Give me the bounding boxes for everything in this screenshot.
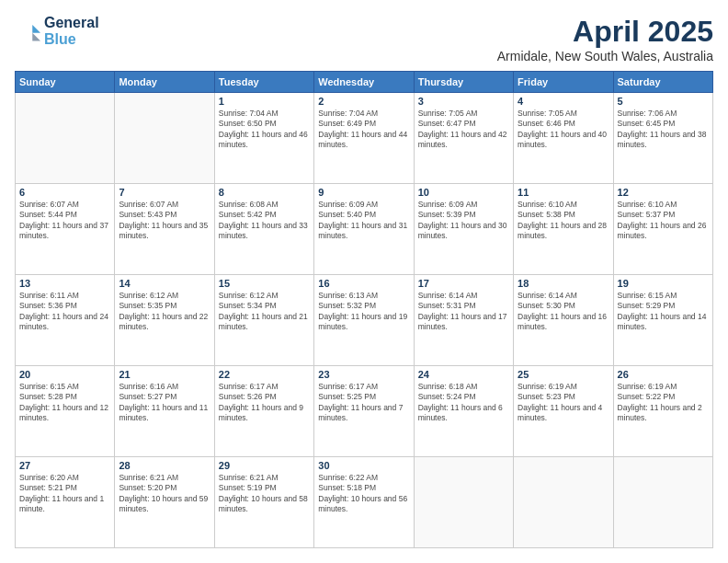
day-info: Sunrise: 6:22 AM Sunset: 5:18 PM Dayligh… xyxy=(318,473,409,515)
calendar-header-cell: Sunday xyxy=(16,72,115,93)
day-info: Sunrise: 6:13 AM Sunset: 5:32 PM Dayligh… xyxy=(318,291,409,333)
logo-icon xyxy=(15,18,40,44)
calendar-header-cell: Tuesday xyxy=(214,72,313,93)
day-number: 19 xyxy=(618,278,709,289)
calendar-day-cell: 28Sunrise: 6:21 AM Sunset: 5:20 PM Dayli… xyxy=(115,457,214,548)
day-number: 14 xyxy=(119,278,210,289)
calendar-day-cell: 19Sunrise: 6:15 AM Sunset: 5:29 PM Dayli… xyxy=(613,275,712,366)
logo-text: General Blue xyxy=(44,15,99,48)
day-info: Sunrise: 6:07 AM Sunset: 5:44 PM Dayligh… xyxy=(19,200,110,242)
calendar-day-cell: 23Sunrise: 6:17 AM Sunset: 5:25 PM Dayli… xyxy=(314,366,414,457)
day-number: 21 xyxy=(119,369,210,380)
day-info: Sunrise: 6:09 AM Sunset: 5:39 PM Dayligh… xyxy=(418,200,509,242)
calendar-table: SundayMondayTuesdayWednesdayThursdayFrid… xyxy=(15,71,713,548)
day-number: 23 xyxy=(318,369,409,380)
calendar-week-row: 1Sunrise: 7:04 AM Sunset: 6:50 PM Daylig… xyxy=(16,93,713,184)
calendar-week-row: 6Sunrise: 6:07 AM Sunset: 5:44 PM Daylig… xyxy=(16,184,713,275)
calendar-day-cell: 9Sunrise: 6:09 AM Sunset: 5:40 PM Daylig… xyxy=(314,184,414,275)
day-number: 4 xyxy=(518,96,609,107)
calendar-day-cell: 4Sunrise: 7:05 AM Sunset: 6:46 PM Daylig… xyxy=(514,93,613,184)
calendar-day-cell: 6Sunrise: 6:07 AM Sunset: 5:44 PM Daylig… xyxy=(16,184,115,275)
calendar-day-cell xyxy=(16,93,115,184)
location: Armidale, New South Wales, Australia xyxy=(497,49,713,63)
day-info: Sunrise: 6:14 AM Sunset: 5:30 PM Dayligh… xyxy=(518,291,609,333)
calendar-day-cell: 27Sunrise: 6:20 AM Sunset: 5:21 PM Dayli… xyxy=(16,457,115,548)
calendar-day-cell: 1Sunrise: 7:04 AM Sunset: 6:50 PM Daylig… xyxy=(214,93,313,184)
calendar-day-cell: 24Sunrise: 6:18 AM Sunset: 5:24 PM Dayli… xyxy=(414,366,513,457)
day-info: Sunrise: 6:11 AM Sunset: 5:36 PM Dayligh… xyxy=(19,291,110,333)
day-number: 11 xyxy=(518,187,609,198)
calendar-day-cell: 26Sunrise: 6:19 AM Sunset: 5:22 PM Dayli… xyxy=(613,366,712,457)
day-info: Sunrise: 7:05 AM Sunset: 6:46 PM Dayligh… xyxy=(518,109,609,151)
day-number: 13 xyxy=(19,278,110,289)
day-number: 7 xyxy=(119,187,210,198)
calendar-day-cell: 29Sunrise: 6:21 AM Sunset: 5:19 PM Dayli… xyxy=(214,457,313,548)
day-number: 24 xyxy=(418,369,509,380)
day-number: 5 xyxy=(618,96,709,107)
day-number: 25 xyxy=(518,369,609,380)
day-info: Sunrise: 6:17 AM Sunset: 5:25 PM Dayligh… xyxy=(318,382,409,424)
day-info: Sunrise: 6:19 AM Sunset: 5:22 PM Dayligh… xyxy=(618,382,709,424)
day-info: Sunrise: 6:21 AM Sunset: 5:19 PM Dayligh… xyxy=(219,473,310,515)
day-number: 30 xyxy=(318,460,409,471)
calendar-week-row: 13Sunrise: 6:11 AM Sunset: 5:36 PM Dayli… xyxy=(16,275,713,366)
calendar-body: 1Sunrise: 7:04 AM Sunset: 6:50 PM Daylig… xyxy=(16,93,713,548)
calendar-day-cell: 3Sunrise: 7:05 AM Sunset: 6:47 PM Daylig… xyxy=(414,93,513,184)
day-info: Sunrise: 7:04 AM Sunset: 6:49 PM Dayligh… xyxy=(318,109,409,151)
calendar-header-cell: Wednesday xyxy=(314,72,414,93)
day-info: Sunrise: 6:10 AM Sunset: 5:37 PM Dayligh… xyxy=(618,200,709,242)
day-info: Sunrise: 6:18 AM Sunset: 5:24 PM Dayligh… xyxy=(418,382,509,424)
day-info: Sunrise: 6:09 AM Sunset: 5:40 PM Dayligh… xyxy=(318,200,409,242)
day-number: 12 xyxy=(618,187,709,198)
calendar-day-cell: 16Sunrise: 6:13 AM Sunset: 5:32 PM Dayli… xyxy=(314,275,414,366)
title-area: April 2025 Armidale, New South Wales, Au… xyxy=(497,15,713,63)
day-info: Sunrise: 7:04 AM Sunset: 6:50 PM Dayligh… xyxy=(219,109,310,151)
calendar-day-cell: 5Sunrise: 7:06 AM Sunset: 6:45 PM Daylig… xyxy=(613,93,712,184)
day-info: Sunrise: 6:17 AM Sunset: 5:26 PM Dayligh… xyxy=(219,382,310,424)
calendar-day-cell: 30Sunrise: 6:22 AM Sunset: 5:18 PM Dayli… xyxy=(314,457,414,548)
calendar-day-cell: 8Sunrise: 6:08 AM Sunset: 5:42 PM Daylig… xyxy=(214,184,313,275)
calendar-day-cell: 17Sunrise: 6:14 AM Sunset: 5:31 PM Dayli… xyxy=(414,275,513,366)
day-number: 15 xyxy=(219,278,310,289)
day-info: Sunrise: 6:16 AM Sunset: 5:27 PM Dayligh… xyxy=(119,382,210,424)
calendar-day-cell: 2Sunrise: 7:04 AM Sunset: 6:49 PM Daylig… xyxy=(314,93,414,184)
day-info: Sunrise: 6:08 AM Sunset: 5:42 PM Dayligh… xyxy=(219,200,310,242)
day-number: 18 xyxy=(518,278,609,289)
calendar-day-cell: 25Sunrise: 6:19 AM Sunset: 5:23 PM Dayli… xyxy=(514,366,613,457)
calendar-day-cell xyxy=(414,457,513,548)
calendar-header-cell: Friday xyxy=(514,72,613,93)
day-info: Sunrise: 6:21 AM Sunset: 5:20 PM Dayligh… xyxy=(119,473,210,515)
day-info: Sunrise: 6:15 AM Sunset: 5:29 PM Dayligh… xyxy=(618,291,709,333)
calendar-day-cell: 18Sunrise: 6:14 AM Sunset: 5:30 PM Dayli… xyxy=(514,275,613,366)
day-info: Sunrise: 6:14 AM Sunset: 5:31 PM Dayligh… xyxy=(418,291,509,333)
calendar-day-cell xyxy=(514,457,613,548)
calendar-day-cell: 10Sunrise: 6:09 AM Sunset: 5:39 PM Dayli… xyxy=(414,184,513,275)
calendar-day-cell xyxy=(613,457,712,548)
day-number: 17 xyxy=(418,278,509,289)
header: General Blue April 2025 Armidale, New So… xyxy=(15,15,713,63)
logo: General Blue xyxy=(15,15,99,48)
calendar-day-cell: 15Sunrise: 6:12 AM Sunset: 5:34 PM Dayli… xyxy=(214,275,313,366)
day-number: 9 xyxy=(318,187,409,198)
day-number: 1 xyxy=(219,96,310,107)
day-info: Sunrise: 6:12 AM Sunset: 5:35 PM Dayligh… xyxy=(119,291,210,333)
page: General Blue April 2025 Armidale, New So… xyxy=(0,0,728,563)
day-number: 28 xyxy=(119,460,210,471)
day-number: 10 xyxy=(418,187,509,198)
day-number: 29 xyxy=(219,460,310,471)
calendar-day-cell: 7Sunrise: 6:07 AM Sunset: 5:43 PM Daylig… xyxy=(115,184,214,275)
day-number: 3 xyxy=(418,96,509,107)
day-info: Sunrise: 6:07 AM Sunset: 5:43 PM Dayligh… xyxy=(119,200,210,242)
calendar-day-cell: 11Sunrise: 6:10 AM Sunset: 5:38 PM Dayli… xyxy=(514,184,613,275)
day-info: Sunrise: 6:15 AM Sunset: 5:28 PM Dayligh… xyxy=(19,382,110,424)
calendar-header-cell: Monday xyxy=(115,72,214,93)
day-number: 16 xyxy=(318,278,409,289)
calendar-day-cell: 13Sunrise: 6:11 AM Sunset: 5:36 PM Dayli… xyxy=(16,275,115,366)
day-number: 8 xyxy=(219,187,310,198)
calendar-day-cell: 21Sunrise: 6:16 AM Sunset: 5:27 PM Dayli… xyxy=(115,366,214,457)
day-info: Sunrise: 6:20 AM Sunset: 5:21 PM Dayligh… xyxy=(19,473,110,515)
calendar-week-row: 27Sunrise: 6:20 AM Sunset: 5:21 PM Dayli… xyxy=(16,457,713,548)
day-number: 22 xyxy=(219,369,310,380)
day-info: Sunrise: 6:19 AM Sunset: 5:23 PM Dayligh… xyxy=(518,382,609,424)
day-info: Sunrise: 7:06 AM Sunset: 6:45 PM Dayligh… xyxy=(618,109,709,151)
